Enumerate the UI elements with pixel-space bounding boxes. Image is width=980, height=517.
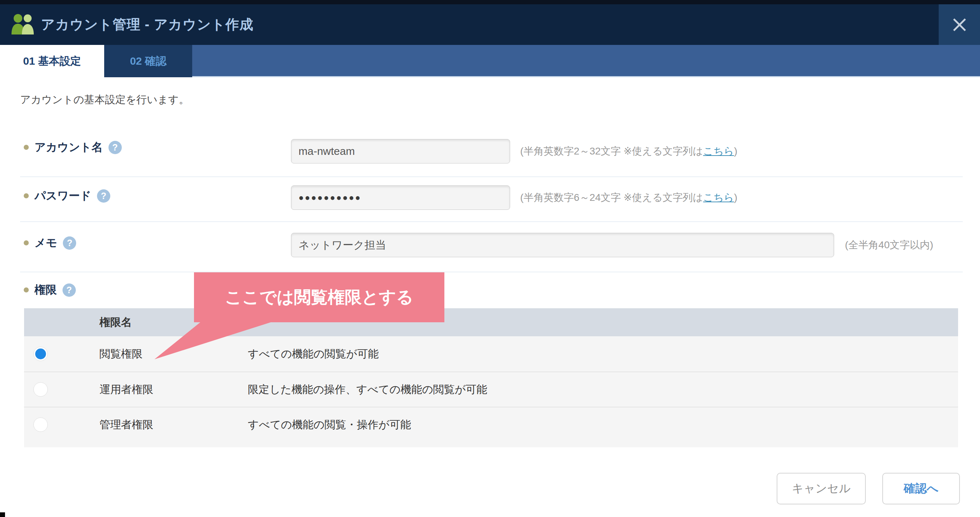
permission-name: 運用者権限 [100, 382, 248, 397]
hint-text: (半角英数字6～24文字 ※使える文字列は [520, 191, 703, 204]
password-input[interactable] [291, 185, 510, 210]
password-hint: (半角英数字6～24文字 ※使える文字列はこちら) [520, 190, 738, 205]
cancel-button[interactable]: キャンセル [777, 473, 866, 504]
permission-label: 権限 [35, 282, 57, 297]
annotation-callout: ここでは閲覧権限とする [194, 272, 444, 322]
account-rules-link[interactable]: こちら [703, 145, 734, 158]
permission-label-row: 権限 ? [24, 282, 76, 298]
hint-text: (全半角40文字以内) [845, 238, 933, 252]
hint-text: ) [734, 192, 737, 204]
radio-button[interactable] [33, 382, 48, 397]
modal-header: アカウント管理 - アカウント作成 [0, 4, 980, 45]
account-name-label: アカウント名 [35, 140, 103, 155]
radio-cell [24, 347, 100, 361]
hint-text: ) [734, 145, 737, 157]
help-icon[interactable]: ? [62, 283, 76, 297]
row-divider [20, 221, 963, 222]
bullet-dot [24, 288, 29, 293]
page-bottom-edge [0, 512, 5, 517]
radio-button[interactable] [33, 417, 48, 432]
radio-cell [24, 417, 100, 432]
password-label-row: パスワード ? [24, 188, 110, 204]
password-label: パスワード [35, 188, 91, 204]
bullet-dot [24, 193, 29, 198]
account-name-input[interactable] [291, 139, 510, 164]
close-button[interactable] [939, 4, 980, 45]
permission-row-operator[interactable]: 運用者権限 限定した機能の操作、すべての機能の閲覧が可能 [24, 372, 958, 407]
radio-button[interactable] [33, 347, 48, 361]
bullet-dot [24, 145, 29, 150]
permission-description: すべての機能の閲覧・操作が可能 [248, 417, 411, 432]
permission-name-column-header: 権限名 [24, 315, 132, 330]
help-icon[interactable]: ? [63, 236, 76, 250]
account-name-hint: (半角英数字2～32文字 ※使える文字列はこちら) [520, 143, 738, 159]
permission-name: 管理者権限 [100, 417, 248, 432]
memo-input[interactable] [291, 233, 834, 257]
help-icon[interactable]: ? [108, 141, 122, 154]
annotation-callout-tail [151, 321, 280, 362]
bullet-dot [24, 240, 29, 245]
page-top-edge [0, 0, 980, 4]
permission-row-admin[interactable]: 管理者権限 すべての機能の閲覧・操作が可能 [24, 407, 958, 442]
permission-description: 限定した機能の操作、すべての機能の閲覧が可能 [248, 382, 487, 397]
hint-text: (半角英数字2～32文字 ※使える文字列は [520, 145, 703, 158]
tab-bar: 01 基本設定 02 確認 [0, 45, 980, 77]
memo-label: メモ [35, 235, 57, 250]
memo-label-row: メモ ? [24, 235, 76, 251]
row-divider [20, 177, 963, 177]
password-rules-link[interactable]: こちら [703, 191, 734, 204]
annotation-callout-text: ここでは閲覧権限とする [225, 286, 414, 309]
help-icon[interactable]: ? [97, 189, 110, 203]
accounts-people-icon [11, 14, 35, 36]
tab-basic-settings[interactable]: 01 基本設定 [0, 45, 104, 77]
row-divider [20, 272, 963, 272]
intro-text: アカウントの基本設定を行います。 [20, 93, 189, 107]
modal-title: アカウント管理 - アカウント作成 [41, 16, 254, 34]
memo-hint: (全半角40文字以内) [845, 237, 933, 253]
account-name-label-row: アカウント名 ? [24, 139, 122, 155]
radio-cell [24, 382, 100, 397]
confirm-button[interactable]: 確認へ [882, 473, 960, 504]
close-icon [952, 17, 967, 32]
tab-confirm[interactable]: 02 確認 [104, 45, 192, 77]
